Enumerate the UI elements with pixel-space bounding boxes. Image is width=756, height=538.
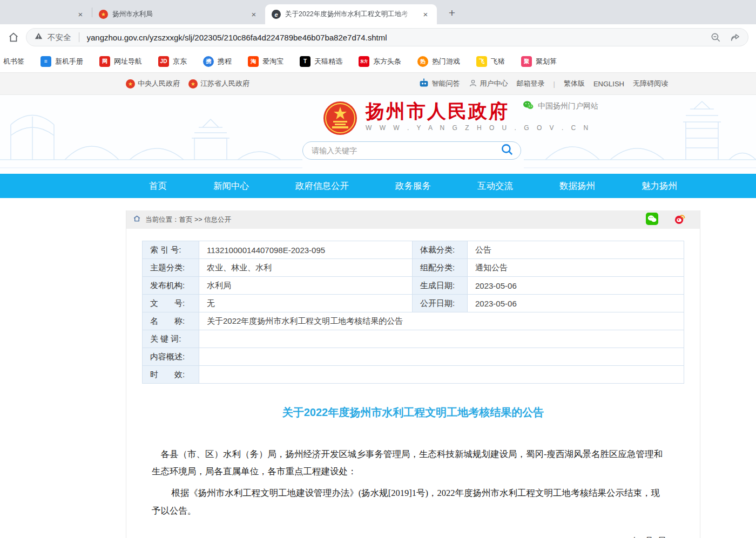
nav-news-center[interactable]: 新闻中心: [213, 180, 249, 192]
bookmark-favicon: 飞: [476, 56, 487, 67]
wechat-icon: [523, 100, 534, 112]
portal-link[interactable]: 中国扬州门户网站: [523, 100, 598, 112]
gov-emblem-favicon: ★: [99, 10, 108, 19]
bookmark-jishuqian[interactable]: 机书签: [3, 57, 24, 66]
meta-label: 名 称:: [143, 312, 199, 330]
link-label: 用户中心: [480, 79, 508, 88]
robot-icon: [418, 78, 429, 90]
table-row: 名 称: 关于2022年度扬州市水利工程文明工地考核结果的公告: [143, 312, 684, 330]
bookmark-remen-youxi[interactable]: 热 热门游戏: [417, 56, 460, 67]
bookmark-favicon: 聚: [521, 56, 532, 67]
user-icon: [469, 79, 477, 89]
wechat-share-icon[interactable]: [646, 213, 658, 227]
bookmark-label: 机书签: [3, 57, 24, 66]
nav-gov-services[interactable]: 政务服务: [395, 180, 431, 192]
link-jiangsu-gov[interactable]: ★ 江苏省人民政府: [188, 79, 249, 88]
browser-tab-active[interactable]: e 关于2022年度扬州市水利工程文明工地考 ×: [265, 4, 437, 24]
meta-label: 生成日期:: [413, 277, 468, 295]
link-label: 无障碍阅读: [633, 79, 668, 88]
meta-label: 主题分类:: [143, 259, 199, 277]
breadcrumb[interactable]: 当前位置：首页 >> 信息公开: [145, 215, 231, 224]
site-masthead: 扬州市人民政府 W W W . Y A N G Z H O U . G O V …: [0, 95, 756, 174]
weibo-share-icon[interactable]: [673, 213, 686, 227]
document-meta-table: 索 引 号: 11321000014407098E-2023-095 体裁分类:…: [142, 241, 684, 384]
nav-gov-info[interactable]: 政府信息公开: [295, 180, 349, 192]
security-label: 不安全: [48, 32, 71, 43]
divider: |: [554, 80, 555, 88]
table-row: 时 效:: [143, 366, 684, 384]
link-accessibility[interactable]: 无障碍阅读: [633, 79, 668, 88]
meta-label: 内容概述:: [143, 348, 199, 366]
bookmark-xinji-shouce[interactable]: ≡ 新机手册: [40, 56, 83, 67]
tab-close-icon[interactable]: ×: [421, 10, 430, 19]
link-english[interactable]: ENGLISH: [593, 80, 624, 88]
article-title: 关于2022年度扬州市水利工程文明工地考核结果的公告: [126, 405, 700, 420]
meta-value: 关于2022年度扬州市水利工程文明工地考核结果的公告: [199, 312, 684, 330]
bookmark-dongfang-toutiao[interactable]: 东方 东方头条: [359, 56, 401, 67]
bookmark-label: 聚划算: [536, 57, 557, 66]
search-icon[interactable]: [500, 142, 514, 159]
nav-charming-yangzhou[interactable]: 魅力扬州: [642, 180, 677, 192]
bookmark-favicon: T: [300, 56, 310, 67]
bookmark-wangzhi-daohang[interactable]: 网 网址导航: [99, 56, 142, 67]
bookmark-juhuasuan[interactable]: 聚 聚划算: [521, 56, 557, 67]
not-secure-icon: [34, 32, 43, 43]
national-emblem-logo: [322, 100, 358, 138]
meta-label: 组配分类:: [413, 259, 468, 277]
primary-nav: 首页 新闻中心 政府信息公开 政务服务 互动交流 数据扬州 魅力扬州: [0, 174, 756, 198]
link-mail-login[interactable]: 邮箱登录: [517, 79, 545, 88]
bookmark-label: 新机手册: [55, 57, 83, 66]
bookmark-label: 爱淘宝: [262, 57, 284, 66]
site-favicon: e: [272, 10, 281, 19]
table-row: 主题分类: 农业、林业、水利 组配分类: 通知公告: [143, 259, 684, 277]
share-icon[interactable]: [730, 32, 740, 43]
meta-label: 时 效:: [143, 366, 199, 384]
url-text[interactable]: yangzhou.gov.cn/yzszxxgk/slj/202305/210c…: [87, 33, 707, 42]
meta-value: 水利局: [199, 277, 413, 295]
search-input[interactable]: [312, 146, 500, 155]
bookmark-ctrip[interactable]: 携 携程: [203, 56, 232, 67]
link-smart-qa[interactable]: 智能问答: [418, 78, 460, 90]
gov-emblem-icon: ★: [126, 79, 135, 88]
new-tab-button[interactable]: +: [444, 6, 460, 21]
meta-label: 文 号:: [143, 295, 199, 312]
bridge-artwork-left: [0, 95, 302, 174]
link-user-center[interactable]: 用户中心: [469, 79, 508, 89]
meta-label: 体裁分类:: [413, 241, 468, 259]
article-paragraph: 各县（市、区）水利（务）局，扬州经济开发区城乡事务管理局，生态科技新城规划建设局…: [152, 446, 666, 480]
site-search[interactable]: [302, 141, 521, 160]
link-label: 中央人民政府: [138, 79, 180, 88]
tab-close-icon[interactable]: ×: [76, 10, 85, 19]
address-bar[interactable]: 不安全 yangzhou.gov.cn/yzszxxgk/slj/202305/…: [26, 28, 748, 46]
bookmark-favicon: 热: [417, 56, 428, 67]
nav-data-yangzhou[interactable]: 数据扬州: [559, 180, 595, 192]
zoom-out-icon[interactable]: [711, 32, 721, 43]
home-icon[interactable]: [8, 31, 19, 43]
gov-emblem-icon: ★: [188, 79, 198, 88]
nav-home[interactable]: 首页: [149, 180, 167, 192]
link-central-gov[interactable]: ★ 中央人民政府: [126, 79, 180, 88]
breadcrumb-home-icon[interactable]: [133, 215, 141, 224]
table-row: 发布机构: 水利局 生成日期: 2023-05-06: [143, 277, 684, 295]
tab-strip: × ★ 扬州市水利局 × e 关于2022年度扬州市水利工程文明工地考 × +: [0, 0, 756, 24]
bookmark-aitaobao[interactable]: 淘 爱淘宝: [248, 56, 284, 67]
nav-interaction[interactable]: 互动交流: [477, 180, 513, 192]
bookmark-tmall[interactable]: T 天猫精选: [300, 56, 342, 67]
meta-label: 索 引 号:: [143, 241, 199, 259]
gov-utility-bar: ★ 中央人民政府 ★ 江苏省人民政府 智能问答 用户中心 邮箱登录 | 繁体版: [0, 73, 756, 95]
browser-tab-1[interactable]: ×: [0, 4, 92, 24]
bookmark-favicon: ≡: [40, 56, 51, 67]
link-traditional[interactable]: 繁体版: [564, 79, 585, 88]
article-date: 2023年5月6日: [126, 536, 700, 538]
tab-title: 关于2022年度扬州市水利工程文明工地考: [285, 10, 416, 19]
meta-value: 2023-05-06: [468, 295, 684, 312]
meta-label: 公开日期:: [413, 295, 468, 312]
tab-title: 扬州市水利局: [112, 10, 245, 19]
bookmark-jd[interactable]: JD 京东: [158, 56, 187, 67]
bookmark-label: 东方头条: [373, 57, 401, 66]
bookmark-fliggy[interactable]: 飞 飞猪: [476, 56, 505, 67]
meta-value: [199, 330, 684, 348]
article-paragraph: 根据《扬州市水利工程文明工地建设管理办法》(扬水规[2019]1号)，2022年…: [152, 485, 666, 519]
browser-tab-shuiliju[interactable]: ★ 扬州市水利局 ×: [92, 4, 265, 24]
tab-close-icon[interactable]: ×: [249, 10, 259, 19]
